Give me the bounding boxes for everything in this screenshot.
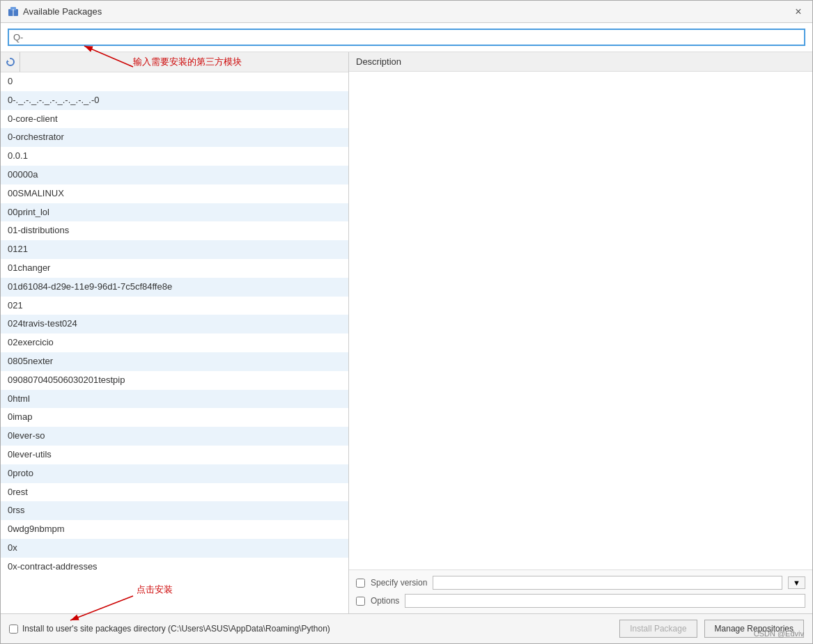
specify-version-row: Specify version ▼: [356, 576, 805, 590]
install-to-user-checkbox[interactable]: [9, 625, 18, 634]
list-item[interactable]: 00SMALINUX: [1, 184, 348, 203]
close-button[interactable]: ×: [791, 5, 805, 19]
version-dropdown[interactable]: ▼: [788, 576, 805, 589]
options-row: Options: [356, 594, 805, 608]
specify-version-checkbox[interactable]: [356, 579, 365, 588]
list-item[interactable]: 0805nexter: [1, 352, 348, 371]
list-item[interactable]: 0rss: [1, 501, 348, 520]
list-item[interactable]: 0html: [1, 390, 348, 409]
list-item[interactable]: 0-._.-._.-._.-._.-._.-._.-0: [1, 91, 348, 110]
description-header: Description: [349, 52, 812, 72]
search-wrapper: Q-: [8, 29, 805, 46]
list-item[interactable]: 021: [1, 297, 348, 315]
list-item[interactable]: 0x: [1, 539, 348, 558]
svg-marker-3: [7, 60, 9, 62]
list-item[interactable]: 0lever-utils: [1, 446, 348, 464]
title-bar-left: Available Packages: [8, 6, 102, 17]
list-item[interactable]: 0121: [1, 240, 348, 259]
list-item[interactable]: 0wdg9nbmpm: [1, 520, 348, 539]
package-icon: [8, 6, 19, 17]
packages-list: 00-._.-._.-._.-._.-._.-._.-00-core-clien…: [1, 72, 348, 613]
bottom-bar: Install to user's site packages director…: [1, 613, 812, 643]
search-prefix: Q-: [13, 32, 23, 42]
list-item[interactable]: 090807040506030201testpip: [1, 371, 348, 390]
list-item[interactable]: 0rest: [1, 483, 348, 502]
list-item[interactable]: 0-orchestrator: [1, 128, 348, 147]
search-input[interactable]: [26, 32, 800, 42]
right-panel-footer: Specify version ▼ Options: [349, 570, 812, 613]
install-path-row: Install to user's site packages director…: [9, 624, 612, 634]
refresh-button[interactable]: [1, 52, 20, 72]
window-title: Available Packages: [23, 6, 102, 17]
list-item[interactable]: 01changer: [1, 259, 348, 278]
right-panel: Description Specify version ▼ Options: [349, 52, 812, 613]
options-label: Options: [371, 596, 399, 606]
list-item[interactable]: 00print_lol: [1, 203, 348, 222]
description-area: [349, 72, 812, 570]
list-item[interactable]: 0x-contract-addresses: [1, 558, 348, 576]
main-content: 00-._.-._.-._.-._.-._.-._.-00-core-clien…: [1, 52, 812, 613]
options-input[interactable]: [405, 594, 805, 608]
list-item[interactable]: 0lever-so: [1, 427, 348, 446]
list-item[interactable]: 0imap: [1, 408, 348, 427]
specify-version-label: Specify version: [371, 578, 427, 588]
options-checkbox[interactable]: [356, 597, 365, 606]
search-row: Q-: [1, 23, 812, 52]
list-item[interactable]: 024travis-test024: [1, 315, 348, 333]
title-bar: Available Packages ×: [1, 1, 812, 23]
list-item[interactable]: 02exercicio: [1, 333, 348, 352]
list-item[interactable]: 0.0.1: [1, 147, 348, 166]
watermark: CSDN @Edviv: [754, 629, 804, 638]
list-item[interactable]: 01-distributions: [1, 221, 348, 240]
dialog-window: Available Packages × Q- 00-._.-._.-._.-.…: [0, 0, 813, 644]
version-input[interactable]: [433, 576, 782, 590]
list-item[interactable]: 0-core-client: [1, 110, 348, 129]
left-panel-header: [1, 52, 348, 72]
left-panel: 00-._.-._.-._.-._.-._.-._.-00-core-clien…: [1, 52, 349, 613]
install-path-label: Install to user's site packages director…: [22, 624, 330, 634]
list-item[interactable]: 0proto: [1, 464, 348, 483]
list-item[interactable]: 01d61084-d29e-11e9-96d1-7c5cf84ffe8e: [1, 278, 348, 297]
list-item[interactable]: 00000a: [1, 166, 348, 184]
list-item[interactable]: 0: [1, 72, 348, 91]
install-package-button[interactable]: Install Package: [619, 620, 697, 638]
